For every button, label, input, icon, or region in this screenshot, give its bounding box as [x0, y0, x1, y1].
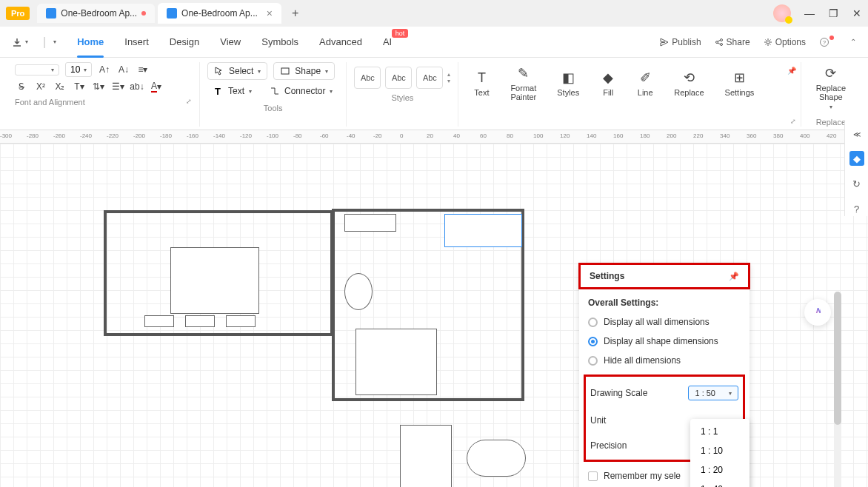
ai-assistant-button[interactable]: ᴺ	[804, 299, 831, 326]
radio-display-shape-dimensions[interactable]: Display all shape dimensions	[588, 332, 741, 351]
furniture-nightstand[interactable]	[144, 315, 174, 327]
file-menu-button[interactable]: ▾	[12, 37, 28, 47]
furniture-sink[interactable]	[344, 214, 396, 232]
fill-tool[interactable]: ◆Fill	[592, 67, 624, 100]
text-tool[interactable]: TText	[466, 67, 497, 100]
dialog-launcher-icon[interactable]: ⤢	[790, 118, 796, 125]
scale-option[interactable]: 1 : 10	[690, 441, 750, 460]
ruler-tick: 80	[507, 132, 513, 139]
share-button[interactable]: Share	[715, 37, 750, 47]
menu-design[interactable]: Design	[159, 30, 210, 53]
drawing-scale-select[interactable]: 1 : 50▾	[688, 386, 738, 400]
increase-font-icon[interactable]: A↑	[98, 63, 111, 76]
quickaccess-dropdown[interactable]: ▾	[53, 38, 56, 45]
style-preset[interactable]: Abc	[385, 67, 412, 89]
align-icon[interactable]: ≡▾	[136, 63, 150, 76]
collapse-rail-icon[interactable]: ≪	[850, 127, 864, 141]
document-tab[interactable]: One-Bedroom Ap... ×	[158, 3, 281, 24]
radio-hide-dimensions[interactable]: Hide all dimensions	[588, 351, 741, 370]
ruler-tick: -180	[160, 132, 172, 139]
user-avatar[interactable]	[773, 4, 791, 22]
scale-option[interactable]: 1 : 1	[690, 422, 750, 441]
font-color-icon[interactable]: A▾	[150, 80, 163, 93]
document-tab[interactable]: One-Bedroom Ap...	[37, 4, 155, 23]
pin-icon[interactable]: 📌	[787, 67, 796, 75]
svg-text:?: ?	[823, 39, 827, 46]
settings-tool[interactable]: ⊞Settings	[718, 67, 762, 100]
style-preset[interactable]: Abc	[416, 67, 443, 89]
style-preset[interactable]: Abc	[354, 67, 381, 89]
superscript-icon[interactable]: X²	[34, 80, 47, 93]
document-tab-label: One-Bedroom Ap...	[181, 8, 258, 19]
text-button[interactable]: T Text▾	[207, 83, 258, 99]
ribbon: ▾ 10▾ A↑ A↓ ≡▾ S̶ X² X₂ T▾ ⇅▾ ☰▾ ab↓ A▾ …	[0, 58, 868, 130]
hot-badge: hot	[392, 29, 409, 38]
replace-tool[interactable]: ⟲Replace	[667, 67, 711, 100]
menu-insert[interactable]: Insert	[114, 30, 159, 53]
ruler-tick: -140	[213, 132, 225, 139]
collapse-ribbon-button[interactable]: ⌃	[850, 38, 856, 46]
connector-button[interactable]: Connector▾	[264, 83, 338, 99]
menu-home[interactable]: Home	[67, 30, 114, 53]
line-spacing-icon[interactable]: ⇅▾	[92, 80, 105, 93]
titlebar: Pro One-Bedroom Ap... One-Bedroom Ap... …	[0, 0, 868, 27]
styles-icon: ◧	[560, 70, 576, 86]
canvas[interactable]: Settings 📌 Overall Settings: Display all…	[0, 144, 868, 487]
subscript-icon[interactable]: X₂	[53, 80, 67, 93]
furniture-stove[interactable]	[400, 425, 452, 487]
vertical-scrollbar[interactable]	[834, 292, 841, 487]
publish-button[interactable]: Publish	[660, 37, 701, 47]
furniture-tub[interactable]	[467, 440, 526, 477]
furniture-pillow[interactable]	[226, 315, 256, 327]
decrease-font-icon[interactable]: A↓	[117, 63, 130, 76]
new-tab-button[interactable]: +	[292, 7, 298, 20]
cursor-icon	[214, 66, 224, 76]
dialog-launcher-icon[interactable]: ⤢	[186, 98, 192, 107]
furniture-pillow[interactable]	[185, 315, 215, 327]
ruler-tick: -60	[320, 132, 329, 139]
shape-button[interactable]: Shape▾	[273, 62, 335, 80]
paintbrush-icon: ✎	[515, 65, 532, 81]
line-tool[interactable]: ✐Line	[630, 67, 661, 100]
furniture-shower[interactable]	[355, 329, 437, 395]
clear-format-icon[interactable]: ab↓	[130, 80, 144, 93]
ruler-tick: 140	[587, 132, 596, 139]
ruler-tick: -40	[347, 132, 355, 139]
ruler-tick: -300	[0, 132, 12, 139]
scale-option[interactable]: 1 : 40	[690, 480, 750, 487]
list-icon[interactable]: ☰▾	[111, 80, 124, 93]
help-button[interactable]: ?	[819, 37, 837, 47]
text-format-icon[interactable]: T▾	[73, 80, 86, 93]
menu-ai[interactable]: AI hot	[373, 30, 402, 53]
strikethrough-icon[interactable]: S̶	[15, 80, 28, 93]
styles-tool[interactable]: ◧Styles	[550, 67, 587, 100]
menu-view[interactable]: View	[210, 30, 251, 53]
rail-history-icon[interactable]: ↻	[849, 176, 864, 191]
format-painter-tool[interactable]: ✎Format Painter	[503, 62, 544, 104]
furniture-selected-counter[interactable]	[444, 214, 522, 247]
furniture-bed[interactable]	[170, 247, 259, 314]
rail-help-icon[interactable]: ?	[849, 201, 864, 216]
rail-theme-icon[interactable]: ◆	[849, 151, 864, 166]
close-tab-icon[interactable]: ×	[267, 7, 273, 19]
furniture-toilet[interactable]	[344, 273, 373, 310]
replace-shape-tool[interactable]: ⟳ Replace Shape ▾	[809, 62, 853, 113]
menu-symbols[interactable]: Symbols	[251, 30, 309, 53]
maximize-button[interactable]: ❐	[828, 7, 838, 19]
menu-advanced[interactable]: Advanced	[309, 30, 373, 53]
style-scroller[interactable]: ▴▾	[447, 71, 450, 84]
close-button[interactable]: ✕	[852, 7, 862, 19]
pin-icon[interactable]: 📌	[729, 272, 739, 281]
scrollbar-thumb[interactable]	[834, 292, 841, 425]
ribbon-group-label: Styles	[354, 89, 450, 102]
font-size-select[interactable]: 10▾	[65, 62, 92, 77]
help-icon: ?	[819, 37, 829, 47]
minimize-button[interactable]: —	[804, 7, 815, 19]
replace-shape-icon: ⟳	[823, 65, 839, 81]
scale-option[interactable]: 1 : 20	[690, 460, 750, 480]
font-family-select[interactable]: ▾	[15, 64, 59, 75]
options-button[interactable]: Options	[764, 37, 806, 47]
select-button[interactable]: Select▾	[207, 62, 267, 80]
radio-display-wall-dimensions[interactable]: Display all wall dimensions	[588, 312, 741, 332]
ruler-tick: 40	[453, 132, 460, 139]
